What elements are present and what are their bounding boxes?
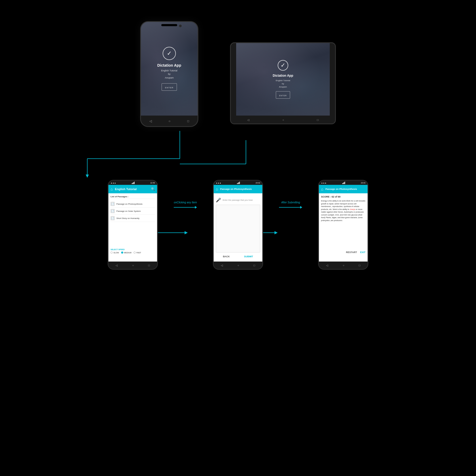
s2-signal-bars xyxy=(237,182,240,184)
back-button[interactable]: BACK xyxy=(223,255,230,258)
nav-recents[interactable]: □ xyxy=(187,119,189,123)
tablet-screen-main: Dictation App English Tutorial by Anupam… xyxy=(236,43,330,116)
screen1-search-icon[interactable]: 🔍 xyxy=(151,187,155,191)
s1-nav-home[interactable]: ○ xyxy=(132,264,134,267)
passage-icon-3: 📄 xyxy=(111,216,115,220)
dictation-buttons: BACK SUBMIT xyxy=(216,254,260,259)
tablet-nav-back[interactable]: ◁ xyxy=(247,118,249,121)
s3-status-left: ▲▲▲ xyxy=(321,182,327,184)
list-item-3[interactable]: 📄 Short Story on Humanity xyxy=(111,215,155,222)
s3-nav-home[interactable]: ○ xyxy=(343,264,344,267)
passage-icon-1: 📄 xyxy=(111,202,115,206)
tablet-nav-recents[interactable]: □ xyxy=(317,118,319,121)
check-icon xyxy=(163,47,176,60)
result-buttons: RESTART EXIT xyxy=(321,251,365,254)
speed-section: SELECT SPEED SLOW MEDIUM FAST xyxy=(111,249,155,254)
slow-label: SLOW xyxy=(113,252,119,254)
list-item-1[interactable]: 📄 Passage on Photosynthesis xyxy=(111,200,155,208)
tablet-mockup-main: Dictation App English Tutorial by Anupam… xyxy=(230,42,336,124)
result-text: Energy is the ablity to do work.Work for… xyxy=(321,200,365,222)
screen3-time: 23:03 xyxy=(361,182,365,184)
app-subtitle-tablet: English Tutorial by Anupam xyxy=(276,79,290,89)
screen3-body: SCORE : 62 of 69 Energy is the ablity to… xyxy=(319,193,368,262)
nav-home[interactable]: ○ xyxy=(168,119,170,123)
speed-fast[interactable]: FAST xyxy=(134,251,141,254)
enter-button-tablet[interactable]: ENTER xyxy=(276,91,290,99)
arrow-right-1 xyxy=(174,206,197,209)
speed-medium[interactable]: MEDIUM xyxy=(121,251,131,254)
screen1-header-title: English Tutorial xyxy=(115,187,149,191)
screen2-nav: ◁ ○ □ xyxy=(214,262,262,269)
phone-camera xyxy=(179,25,182,27)
screen2-time: 23:02 xyxy=(255,182,260,184)
screen3-header: ⌂ Passage on Photosynthesis xyxy=(319,185,368,193)
phone-nav-bar: ◁ ○ □ xyxy=(141,116,198,126)
s1-nav-back[interactable]: ◁ xyxy=(116,264,118,267)
restart-button[interactable]: RESTART xyxy=(346,251,357,254)
passage-text-3: Short Story on Humanity xyxy=(116,217,139,219)
s1-nav-recents[interactable]: □ xyxy=(148,264,150,267)
screen2-phone: ▲▲▲ 23:02 ⌂ Passage on Photosynthesis 🎤 … xyxy=(213,180,263,270)
submit-button[interactable]: SUBMIT xyxy=(244,255,253,258)
phone-screen-main: Dictation App English Tutorial by Anupam… xyxy=(141,22,198,116)
screen3-header-title: Passage on Photosynthesis xyxy=(325,188,365,190)
wrong-word-1: chanje xyxy=(350,208,355,210)
app-splash-content-tablet: Dictation App English Tutorial by Anupam… xyxy=(273,60,293,99)
radio-medium xyxy=(121,251,123,254)
radio-slow xyxy=(111,251,113,254)
screen2-header: ⌂ Passage on Photosynthesis xyxy=(214,185,262,193)
check-icon-tablet xyxy=(278,60,288,71)
screen3-home-icon[interactable]: ⌂ xyxy=(321,187,323,191)
enter-button[interactable]: ENTER xyxy=(162,83,177,91)
screen1-phone: ▲▲▲ 22:59 ⌂ English Tutorial 🔍 List of P… xyxy=(108,180,158,270)
arrow-label-click: onClicking any Item xyxy=(174,201,197,204)
arrow-label-submit: After Submitting xyxy=(281,201,300,204)
signal-bars xyxy=(132,182,135,184)
screen2-status-bar: ▲▲▲ 23:02 xyxy=(214,181,262,185)
screen3-status-bar: ▲▲▲ 23:03 xyxy=(319,181,368,185)
fast-label: FAST xyxy=(136,252,141,254)
list-label: List of Passages : xyxy=(111,195,155,199)
mic-icon: 🎤 xyxy=(216,198,221,203)
arrow-section-2: After Submitting xyxy=(279,201,302,209)
screen1-body: List of Passages : 📄 Passage on Photosyn… xyxy=(108,193,157,262)
list-item-2[interactable]: 📄 Passage on Solar System xyxy=(111,208,155,215)
s3-signal-bars xyxy=(342,182,345,184)
app-title-main: Dictation App xyxy=(157,63,181,67)
speed-slow[interactable]: SLOW xyxy=(111,251,119,254)
s2-nav-recents[interactable]: □ xyxy=(254,264,255,267)
arrow-section-1: onClicking any Item xyxy=(174,201,197,209)
mic-area: 🎤 Enter the passage that you hear xyxy=(216,195,260,204)
tablet-nav-bar: ◁ ○ □ xyxy=(231,116,335,123)
passage-text-1: Passage on Photosynthesis xyxy=(116,203,143,205)
screen1-home-icon[interactable]: ⌂ xyxy=(111,187,113,191)
medium-label: MEDIUM xyxy=(124,252,131,254)
app-subtitle-main: English Tutorial by Anupam xyxy=(161,69,177,80)
s2-nav-home[interactable]: ○ xyxy=(237,264,239,267)
exit-button[interactable]: EXIT xyxy=(360,251,365,254)
tablet-nav-home[interactable]: ○ xyxy=(282,118,284,121)
s3-nav-recents[interactable]: □ xyxy=(359,264,360,267)
s3-nav-back[interactable]: ◁ xyxy=(326,264,328,267)
screen3-nav: ◁ ○ □ xyxy=(319,262,368,269)
svg-marker-3 xyxy=(86,175,89,178)
screen2-header-title: Passage on Photosynthesis xyxy=(220,188,260,190)
screen1-time: 22:59 xyxy=(150,182,155,184)
s2-nav-back[interactable]: ◁ xyxy=(221,264,223,267)
phone-notch xyxy=(161,24,177,26)
arrow-right-2 xyxy=(279,206,302,209)
dictation-input[interactable] xyxy=(216,205,260,253)
s2-status-left: ▲▲▲ xyxy=(216,182,221,184)
screen1-header: ⌂ English Tutorial 🔍 xyxy=(108,185,157,193)
passage-icon-2: 📄 xyxy=(111,209,115,213)
speed-options: SLOW MEDIUM FAST xyxy=(111,251,155,254)
screen1-status-bar: ▲▲▲ 22:59 xyxy=(108,181,157,185)
phone-mockup-main: Dictation App English Tutorial by Anupam… xyxy=(140,21,198,127)
score-display: SCORE : 62 of 69 xyxy=(321,195,365,198)
screen2-home-icon[interactable]: ⌂ xyxy=(216,187,218,191)
app-title-tablet: Dictation App xyxy=(273,74,293,77)
nav-back[interactable]: ◁ xyxy=(149,119,152,123)
passage-text-2: Passage on Solar System xyxy=(116,210,141,212)
app-splash-content: Dictation App English Tutorial by Anupam… xyxy=(157,47,181,91)
screen2-body: 🎤 Enter the passage that you hear BACK S… xyxy=(214,193,262,262)
